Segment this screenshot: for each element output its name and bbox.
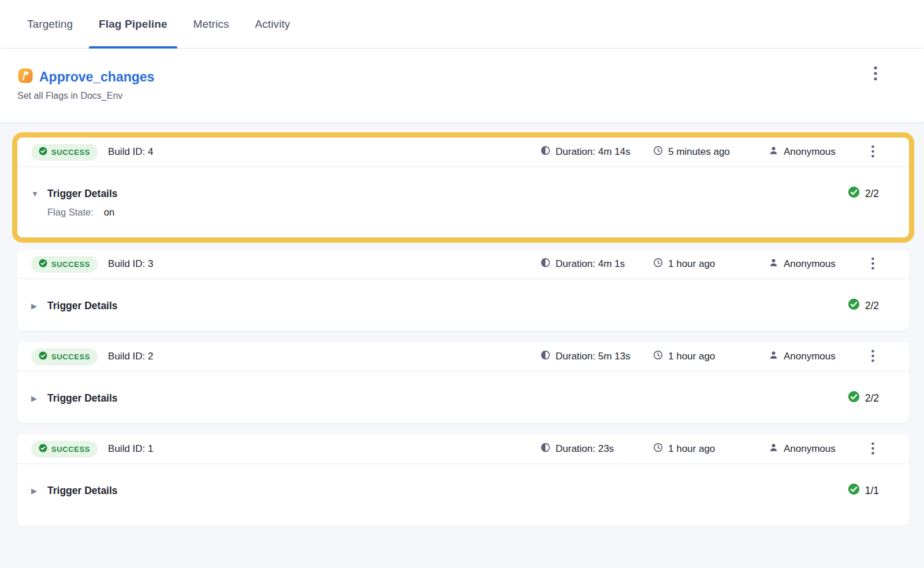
status-label: SUCCESS (51, 445, 90, 454)
time-meta: 1 hour ago (653, 258, 769, 270)
expand-caret-icon[interactable]: ▶ (31, 487, 40, 495)
user-meta: Anonymous (769, 258, 864, 270)
tab-activity[interactable]: Activity (255, 0, 290, 49)
execution-card-body: ▶ Trigger Details 2/2 Flag State: (17, 279, 909, 331)
user-label: Anonymous (784, 443, 836, 455)
duration-label: Duration: 5m 13s (556, 351, 630, 362)
tab-targeting[interactable]: Targeting (27, 0, 73, 49)
steps-check-icon (848, 483, 860, 498)
kebab-menu-icon (874, 66, 877, 83)
tab-metrics[interactable]: Metrics (193, 0, 229, 49)
build-id-label: Build ID: 3 (108, 258, 153, 270)
status-check-icon (39, 351, 47, 362)
duration-icon (541, 443, 550, 455)
user-icon (769, 443, 778, 455)
execution-menu-button[interactable] (864, 347, 881, 366)
duration-meta: Duration: 4m 14s (541, 146, 653, 158)
flag-state-label: Flag State: (47, 207, 94, 218)
user-icon (769, 258, 778, 270)
trigger-details-toggle[interactable]: Trigger Details (47, 485, 118, 497)
flag-state-value: on (104, 207, 114, 218)
user-meta: Anonymous (769, 350, 864, 363)
status-badge: SUCCESS (31, 348, 98, 365)
build-id-label: Build ID: 2 (108, 351, 153, 362)
pipeline-executions-panel: SUCCESS Build ID: 4 Duration: 4m 14s (0, 122, 924, 568)
steps-status: 2/2 (848, 391, 879, 406)
steps-status: 1/1 (848, 483, 879, 498)
status-check-icon (39, 444, 47, 455)
page-subtitle: Set all Flags in Docs_Env (17, 91, 924, 101)
duration-label: Duration: 4m 1s (556, 258, 625, 270)
execution-card-body: ▼ Trigger Details 2/2 Flag State: (17, 167, 909, 237)
time-ago-label: 1 hour ago (668, 443, 715, 455)
execution-menu-button[interactable] (864, 439, 881, 459)
duration-meta: Duration: 23s (541, 443, 653, 455)
status-label: SUCCESS (51, 260, 90, 269)
trigger-details-toggle[interactable]: Trigger Details (47, 300, 118, 312)
steps-count-label: 2/2 (865, 188, 879, 200)
pipeline-execution-card: SUCCESS Build ID: 3 Duration: 4m 1s (17, 250, 909, 331)
duration-label: Duration: 23s (556, 443, 614, 455)
flag-state-row: Flag State: on (47, 207, 879, 218)
user-label: Anonymous (784, 351, 836, 362)
execution-card-body: ▶ Trigger Details 1/1 Flag State: (17, 464, 909, 526)
steps-check-icon (848, 391, 860, 406)
status-label: SUCCESS (51, 148, 90, 157)
kebab-menu-icon (871, 442, 874, 456)
trigger-details-toggle[interactable]: Trigger Details (47, 188, 118, 200)
build-id-label: Build ID: 1 (108, 443, 153, 455)
status-badge: SUCCESS (31, 441, 98, 458)
tab-flag-pipeline[interactable]: Flag Pipeline (99, 0, 167, 49)
tab-bar: Targeting Flag Pipeline Metrics Activity (0, 0, 924, 49)
execution-card-header: SUCCESS Build ID: 4 Duration: 4m 14s (17, 138, 909, 167)
pipeline-header: Approve_changes Set all Flags in Docs_En… (0, 49, 924, 122)
user-meta: Anonymous (769, 146, 864, 158)
status-check-icon (39, 259, 47, 270)
clock-icon (653, 146, 663, 158)
time-ago-label: 1 hour ago (668, 258, 715, 270)
user-label: Anonymous (784, 146, 836, 158)
kebab-menu-icon (871, 145, 874, 159)
execution-menu-button[interactable] (864, 254, 881, 274)
pipeline-execution-card: SUCCESS Build ID: 2 Duration: 5m 13s (17, 342, 909, 423)
time-meta: 1 hour ago (653, 443, 769, 455)
steps-count-label: 2/2 (865, 392, 879, 404)
time-meta: 1 hour ago (653, 350, 769, 363)
kebab-menu-icon (871, 257, 874, 272)
time-ago-label: 5 minutes ago (668, 146, 730, 158)
user-meta: Anonymous (769, 443, 864, 455)
page-title[interactable]: Approve_changes (39, 69, 154, 85)
steps-count-label: 1/1 (865, 485, 879, 497)
pipeline-execution-card: SUCCESS Build ID: 1 Duration: 23s (17, 435, 909, 526)
duration-meta: Duration: 5m 13s (541, 350, 653, 363)
status-check-icon (39, 147, 47, 158)
duration-icon (541, 146, 550, 158)
execution-card-list: SUCCESS Build ID: 4 Duration: 4m 14s (17, 138, 909, 526)
duration-meta: Duration: 4m 1s (541, 258, 653, 270)
steps-status: 2/2 (848, 186, 879, 201)
user-label: Anonymous (784, 258, 836, 270)
expand-caret-icon[interactable]: ▶ (31, 394, 40, 403)
user-icon (769, 146, 778, 158)
duration-icon (541, 258, 550, 270)
trigger-details-toggle[interactable]: Trigger Details (47, 392, 118, 404)
execution-card-body: ▶ Trigger Details 2/2 Flag State: (17, 372, 909, 423)
clock-icon (653, 258, 663, 270)
duration-icon (541, 350, 550, 363)
steps-status: 2/2 (848, 298, 879, 313)
time-meta: 5 minutes ago (653, 146, 769, 158)
expand-caret-icon[interactable]: ▼ (31, 190, 40, 198)
time-ago-label: 1 hour ago (668, 351, 715, 362)
duration-label: Duration: 4m 14s (556, 146, 630, 158)
pipeline-execution-card: SUCCESS Build ID: 4 Duration: 4m 14s (12, 132, 914, 243)
execution-menu-button[interactable] (864, 142, 881, 162)
flag-pipeline-icon (17, 68, 33, 86)
status-badge: SUCCESS (31, 256, 98, 273)
status-label: SUCCESS (51, 352, 90, 361)
expand-caret-icon[interactable]: ▶ (31, 302, 40, 310)
execution-card-header: SUCCESS Build ID: 1 Duration: 23s (17, 435, 909, 464)
user-icon (769, 350, 778, 363)
header-menu-button[interactable] (865, 64, 886, 84)
execution-card-header: SUCCESS Build ID: 2 Duration: 5m 13s (17, 342, 909, 372)
clock-icon (653, 350, 663, 363)
